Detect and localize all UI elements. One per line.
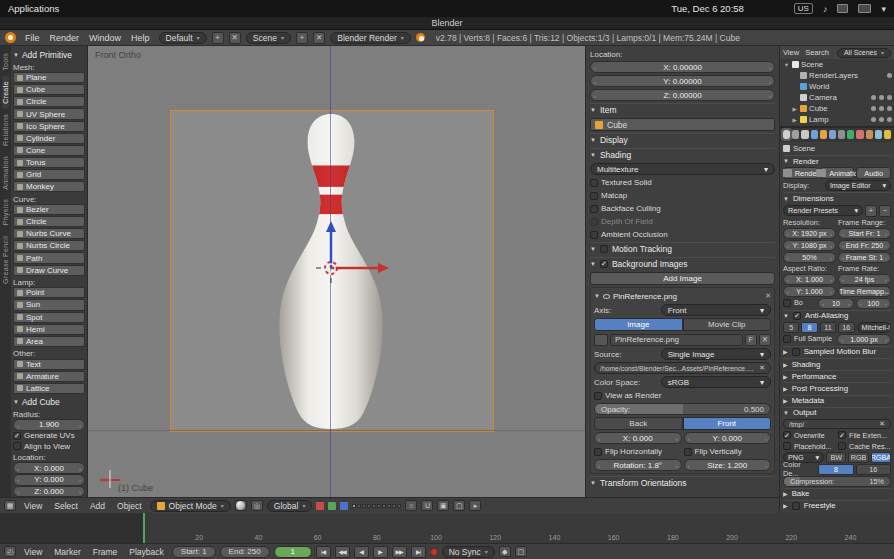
props-panel-header-sampled-motion-blur[interactable]: ▶Sampled Motion Blur	[783, 346, 891, 357]
tool-button-bezier[interactable]: Bezier	[13, 204, 85, 215]
checkbox-full-sample[interactable]: Full Sample	[783, 334, 835, 344]
increment-arrow-icon[interactable]: ›	[765, 436, 767, 442]
tool-button-cylinder[interactable]: Cylinder	[13, 133, 85, 144]
tool-button-lattice[interactable]: Lattice	[13, 383, 85, 394]
decrement-arrow-icon[interactable]: ‹	[787, 255, 789, 261]
view3d-menu-view[interactable]: View	[20, 501, 46, 511]
disclosure-triangle-icon[interactable]: ▶	[783, 348, 788, 355]
checkbox-ambient-occlusion[interactable]: Ambient Occlusion	[590, 229, 775, 240]
radius-field[interactable]: ‹1.900›	[13, 419, 85, 431]
outliner-item-world[interactable]: World	[780, 81, 894, 92]
decrement-arrow-icon[interactable]: ‹	[787, 277, 789, 283]
play-icon[interactable]: ▶	[373, 546, 388, 558]
timeline-menu-playback[interactable]: Playback	[125, 547, 168, 557]
increment-arrow-icon[interactable]: ›	[830, 289, 832, 295]
decrement-arrow-icon[interactable]: ‹	[842, 243, 844, 249]
prev-keyframe-icon[interactable]: ◀◀	[335, 546, 350, 558]
increment-arrow-icon[interactable]: ›	[830, 231, 832, 237]
toggle-option-rgba[interactable]: RGBA	[871, 452, 891, 463]
disclosure-triangle-icon[interactable]: ▼	[594, 293, 600, 299]
props-panel-header-bake[interactable]: ▶Bake	[783, 488, 891, 499]
checkbox-generate-uvs[interactable]: ✓Generate UVs	[13, 431, 85, 442]
tool-button-area[interactable]: Area	[13, 336, 85, 347]
checkbox-flip-vertically[interactable]: Flip Vertically	[684, 446, 772, 457]
number-field-y-1-000[interactable]: ‹Y: 1.000›	[783, 286, 836, 297]
decrement-arrow-icon[interactable]: ‹	[787, 289, 789, 295]
unlink-button[interactable]: ✕	[759, 334, 771, 346]
decrement-arrow-icon[interactable]: ‹	[787, 231, 789, 237]
number-field-y-0-000[interactable]: ‹Y: 0.000›	[684, 432, 772, 444]
timeline-menu-marker[interactable]: Marker	[50, 547, 84, 557]
decrement-arrow-icon[interactable]: ‹	[598, 463, 600, 469]
props-panel-header-dimensions[interactable]: ▼Dimensions	[783, 192, 891, 203]
layers-grid-icon[interactable]	[352, 504, 401, 508]
jump-to-end-icon[interactable]: ▶|	[411, 546, 426, 558]
scene-dropdown[interactable]: Scene▾	[246, 32, 291, 44]
tool-button-text[interactable]: Text	[13, 359, 85, 370]
decrement-arrow-icon[interactable]: ‹	[598, 436, 600, 442]
decrement-arrow-icon[interactable]: ‹	[842, 277, 844, 283]
current-frame-indicator[interactable]	[143, 513, 145, 543]
current-frame-field[interactable]: 1	[274, 546, 312, 558]
outliner-item-scene[interactable]: ▼Scene	[780, 59, 894, 70]
tab-world-icon[interactable]	[811, 130, 818, 139]
checkbox-overwrite[interactable]: ✓Overwrite	[783, 430, 836, 440]
tool-tab-animation[interactable]: Animation	[2, 151, 9, 195]
tool-button-torus[interactable]: Torus	[13, 157, 85, 168]
npanel-panel-header-motion-tracking[interactable]: ▼Motion Tracking	[590, 242, 775, 255]
tab-material-icon[interactable]	[856, 130, 863, 139]
translate-manipulator-icon[interactable]	[316, 502, 324, 510]
next-keyframe-icon[interactable]: ▶▶	[392, 546, 407, 558]
increment-arrow-icon[interactable]: ›	[885, 277, 887, 283]
display-icon[interactable]	[837, 4, 848, 13]
tool-tab-grease-pencil[interactable]: Grease Pencil	[2, 231, 9, 289]
close-icon[interactable]: ✕	[765, 292, 771, 300]
battery-icon[interactable]	[858, 4, 871, 13]
tool-tab-physics[interactable]: Physics	[2, 194, 9, 230]
decrement-arrow-icon[interactable]: ‹	[688, 436, 690, 442]
tab-constraints-icon[interactable]	[829, 130, 836, 139]
menu-window[interactable]: Window	[85, 33, 125, 43]
selectable-icon[interactable]	[879, 117, 884, 122]
tool-button-monkey[interactable]: Monkey	[13, 181, 85, 192]
toggle-option-5[interactable]: 5	[783, 322, 799, 333]
decrement-arrow-icon[interactable]: ‹	[842, 289, 844, 295]
props-panel-header-post-processing[interactable]: ▶Post Processing	[783, 382, 891, 393]
increment-arrow-icon[interactable]: ›	[769, 79, 771, 85]
dropdown-srgb[interactable]: sRGB▾	[661, 376, 771, 388]
viewport-shading-icon[interactable]	[235, 500, 247, 511]
disclosure-triangle-icon[interactable]: ▶	[783, 385, 788, 392]
number-field-10[interactable]: ‹10›	[818, 298, 853, 309]
tool-button-armature[interactable]: Armature	[13, 371, 85, 382]
session-menu-icon[interactable]: ▾	[881, 4, 886, 14]
toggle-option-8[interactable]: 8	[801, 322, 817, 333]
dropdown-front[interactable]: Front▾	[661, 304, 771, 316]
blender-logo-icon[interactable]	[5, 32, 16, 43]
checkbox-bo[interactable]: Bo	[783, 298, 816, 308]
render-icon[interactable]	[887, 95, 892, 100]
dropdown-render-presets[interactable]: Render Presets▾	[783, 205, 863, 216]
jump-to-start-icon[interactable]: |◀	[316, 546, 331, 558]
increment-arrow-icon[interactable]: ›	[769, 93, 771, 99]
checkbox-cache-res[interactable]: Cache Res...	[838, 441, 891, 451]
disclosure-triangle-icon[interactable]: ▶	[783, 502, 788, 509]
disclosure-triangle-icon[interactable]: ▼	[783, 410, 789, 416]
checkbox-box-icon[interactable]	[792, 502, 800, 510]
tab-scene-icon[interactable]	[801, 130, 808, 139]
tool-button-point[interactable]: Point	[13, 287, 85, 298]
panel-header-add-primitive[interactable]: ▼Add Primitive	[13, 49, 85, 61]
checkbox-box-icon[interactable]: ✓	[793, 312, 801, 320]
tab-object-icon[interactable]	[820, 130, 827, 139]
keyboard-layout-indicator[interactable]: US	[794, 3, 813, 14]
checkbox-box-icon[interactable]	[792, 348, 800, 356]
menu-file[interactable]: File	[21, 33, 44, 43]
tab-data-icon[interactable]	[847, 130, 854, 139]
tool-tab-tools[interactable]: Tools	[2, 48, 9, 76]
decrement-arrow-icon[interactable]: ‹	[822, 301, 824, 307]
toggle-option-16[interactable]: 16	[856, 464, 891, 475]
render-engine-dropdown[interactable]: Blender Render▾	[330, 32, 411, 44]
increment-arrow-icon[interactable]: ›	[885, 231, 887, 237]
decrement-arrow-icon[interactable]: ‹	[841, 337, 843, 343]
clock[interactable]: Tue, Dec 6 20:58	[671, 3, 744, 14]
increment-arrow-icon[interactable]: ›	[885, 337, 887, 343]
